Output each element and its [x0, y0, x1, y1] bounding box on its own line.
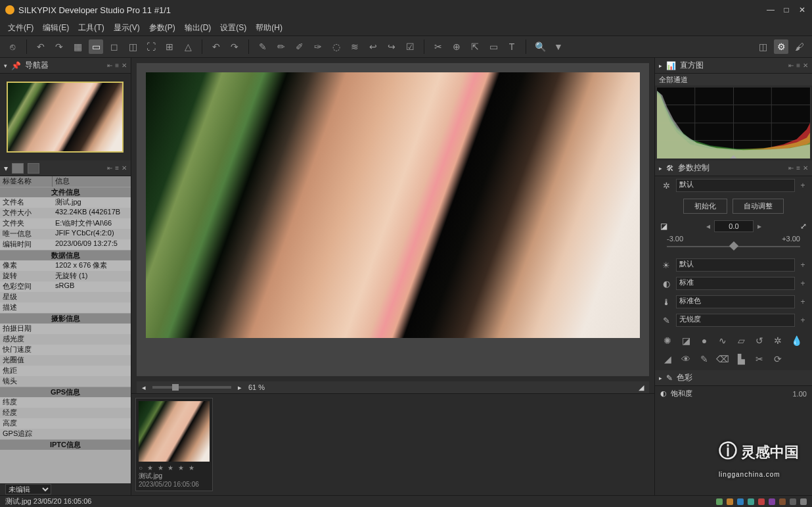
erase-icon[interactable]: ⌫: [717, 353, 729, 365]
color-tag[interactable]: [769, 498, 775, 505]
curve-icon[interactable]: ∿: [717, 335, 729, 347]
back-icon[interactable]: ↩: [366, 39, 380, 54]
maximize-icon[interactable]: □: [782, 5, 791, 14]
image-canvas[interactable]: [137, 63, 649, 376]
brush1-icon[interactable]: ✎: [256, 39, 270, 54]
collapse-icon[interactable]: ⇤: [107, 164, 112, 172]
compare2-icon[interactable]: ◫: [125, 39, 140, 54]
sharp-select[interactable]: 无锐度: [676, 314, 795, 327]
navigator-thumbnail[interactable]: [0, 74, 131, 160]
color-tag[interactable]: [727, 498, 733, 505]
menu-icon[interactable]: ≡: [115, 62, 119, 69]
init-button[interactable]: 初始化: [683, 199, 727, 214]
warning-icon[interactable]: △: [181, 39, 195, 54]
fullscreen-icon[interactable]: ⛶: [144, 39, 158, 54]
menu-file[interactable]: 文件(F): [8, 22, 34, 34]
highlight-icon[interactable]: ✺: [662, 335, 673, 347]
color-tag[interactable]: [758, 498, 765, 505]
saturation-row[interactable]: ◐ 饱和度 1.00: [655, 386, 812, 401]
layout-icon[interactable]: ⊞: [162, 39, 177, 54]
export-icon[interactable]: ⎋: [5, 39, 20, 54]
fisheye-icon[interactable]: 👁: [680, 353, 692, 365]
layers-icon[interactable]: ≋: [348, 39, 362, 54]
menu-params[interactable]: 参数(P): [149, 22, 175, 34]
clone-icon[interactable]: ⊕: [449, 39, 464, 54]
rect-icon[interactable]: ▭: [486, 39, 501, 54]
check-icon[interactable]: ☑: [403, 39, 417, 54]
brush2-icon[interactable]: ✏: [274, 39, 288, 54]
levels-icon[interactable]: ◪: [680, 335, 692, 347]
settings2-icon[interactable]: ✲: [772, 335, 784, 347]
chevron-right-icon[interactable]: ▸: [238, 383, 242, 392]
ev-value[interactable]: 0.0: [714, 220, 754, 232]
undo-icon[interactable]: ↶: [209, 39, 223, 54]
resize-handle-icon[interactable]: ◢: [639, 383, 644, 392]
params-header[interactable]: ▸ 🛠 参数控制 ⇤≡✕: [655, 160, 812, 176]
gradient-icon[interactable]: ◢: [662, 353, 673, 365]
menu-help[interactable]: 帮助(H): [256, 22, 282, 34]
rating-stars[interactable]: ○ ★ ★ ★ ★ ★: [139, 464, 210, 471]
collapse-icon[interactable]: ⇤: [107, 62, 112, 69]
close-icon[interactable]: ✕: [798, 5, 807, 14]
preset-select[interactable]: 默认: [676, 179, 795, 192]
edit-status-select[interactable]: 未编辑: [5, 484, 51, 495]
zoom-slider[interactable]: [152, 386, 231, 389]
thumbnail-card[interactable]: ○ ★ ★ ★ ★ ★ 测试.jpg 2023/05/20 16:05:06: [135, 398, 213, 491]
brush4-icon[interactable]: ✑: [311, 39, 325, 54]
color-section-header[interactable]: ▸ ✎ 色彩: [655, 370, 812, 386]
close-panel-icon[interactable]: ✕: [122, 62, 127, 69]
histogram-header[interactable]: ▸ 📊 直方图 ⇤≡✕: [655, 58, 812, 74]
vignette-icon[interactable]: ●: [698, 335, 710, 347]
menu-output[interactable]: 输出(D): [185, 22, 212, 34]
lasso-icon[interactable]: ◌: [329, 39, 344, 54]
color-tag[interactable]: [800, 498, 807, 505]
minimize-icon[interactable]: —: [766, 5, 775, 14]
close-panel-icon[interactable]: ✕: [122, 164, 127, 172]
tab-metadata[interactable]: [12, 163, 24, 174]
color-tag[interactable]: [779, 498, 786, 505]
compare1-icon[interactable]: ◻: [107, 39, 122, 54]
navigator-header[interactable]: ▾ 📌 导航器 ⇤≡✕: [0, 58, 131, 74]
brush-tool-icon[interactable]: 🖌: [792, 39, 807, 54]
menu-icon[interactable]: ≡: [115, 164, 119, 172]
color-tag[interactable]: [737, 498, 744, 505]
crop-icon[interactable]: ✂: [431, 39, 445, 54]
grid-icon[interactable]: ▦: [70, 39, 85, 54]
ev-inc-icon[interactable]: ▸: [757, 222, 761, 231]
expand-icon[interactable]: ⤢: [800, 222, 807, 231]
menu-edit[interactable]: 编辑(E): [43, 22, 69, 34]
color-select[interactable]: 标准色: [676, 295, 795, 308]
forward-icon[interactable]: ↪: [384, 39, 399, 54]
search-icon[interactable]: 🔍: [533, 39, 547, 54]
tab-folder[interactable]: [28, 163, 39, 174]
chevron-left-icon[interactable]: ◂: [142, 383, 146, 392]
reset-icon[interactable]: ↺: [754, 335, 765, 347]
rotate-left-icon[interactable]: ↶: [34, 39, 48, 54]
perspective-icon[interactable]: ▱: [735, 335, 747, 347]
refresh-icon[interactable]: ⟳: [772, 353, 784, 365]
wb-select[interactable]: 默认: [676, 258, 795, 272]
rotate-right-icon[interactable]: ↷: [52, 39, 66, 54]
menu-view[interactable]: 显示(V): [114, 22, 140, 34]
text-icon[interactable]: T: [505, 39, 519, 54]
color-tag[interactable]: [716, 498, 723, 505]
add-preset-icon[interactable]: +: [799, 181, 807, 190]
color-tag[interactable]: [790, 498, 796, 505]
auto-adjust-button[interactable]: 自动调整: [733, 199, 784, 214]
crop2-icon[interactable]: ✂: [754, 353, 765, 365]
redo-icon[interactable]: ↷: [227, 39, 242, 54]
export2-icon[interactable]: ⇱: [468, 39, 482, 54]
filter-icon[interactable]: ▼: [551, 39, 566, 54]
brush3-icon[interactable]: ✐: [292, 39, 307, 54]
sliders-icon[interactable]: ⚙: [774, 39, 788, 54]
color-tag[interactable]: [748, 498, 754, 505]
drop-icon[interactable]: 💧: [790, 335, 802, 347]
ev-dec-icon[interactable]: ◂: [706, 222, 710, 231]
ev-slider[interactable]: [667, 243, 800, 252]
heal-icon[interactable]: ✎: [698, 353, 710, 365]
tone-select[interactable]: 标准: [676, 277, 795, 290]
menu-settings[interactable]: 设置(S): [220, 22, 246, 34]
mask-icon[interactable]: ▙: [735, 353, 747, 365]
single-view-icon[interactable]: ▭: [89, 39, 103, 54]
menu-tools[interactable]: 工具(T): [78, 22, 104, 34]
